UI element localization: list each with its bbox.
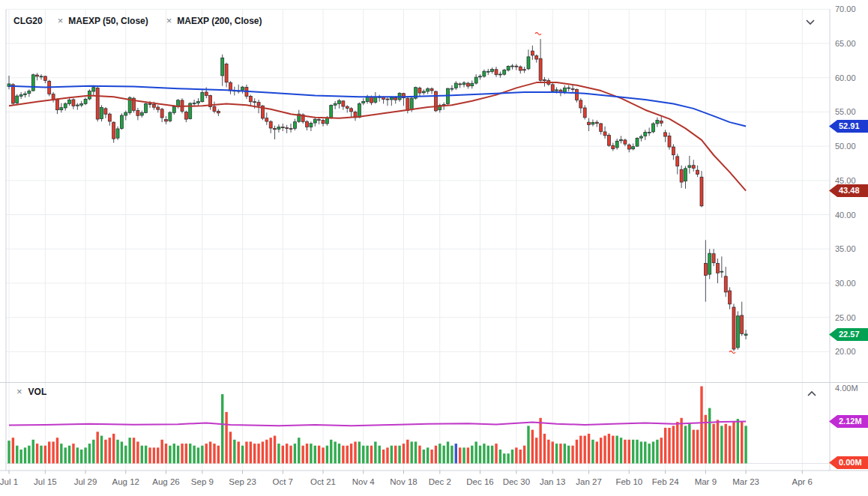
candlestick-chart-canvas[interactable] <box>0 0 868 496</box>
last-price-badge: 22.57 <box>829 328 868 341</box>
chevron-up-icon[interactable] <box>804 387 819 399</box>
volume-ma-badge: 2.12M <box>829 415 868 428</box>
remove-indicator-icon[interactable]: × <box>58 15 64 26</box>
price-pane-legend: CLG20 × MAEXP (50, Close) × MAEXP (200, … <box>13 15 280 26</box>
remove-volume-icon[interactable]: × <box>16 386 22 397</box>
ma50-price-badge: 43.48 <box>829 184 868 197</box>
chevron-down-icon[interactable] <box>803 16 818 28</box>
ma200-line <box>9 86 746 127</box>
remove-indicator-icon[interactable]: × <box>166 15 172 26</box>
trading-chart-window: CLG20 × MAEXP (50, Close) × MAEXP (200, … <box>0 0 868 496</box>
indicator-label-maexp50[interactable]: MAEXP (50, Close) <box>68 16 148 26</box>
volume-zero-badge: 0.00M <box>829 456 868 469</box>
ma200-price-badge: 52.91 <box>829 120 868 133</box>
indicator-label-maexp200[interactable]: MAEXP (200, Close) <box>177 16 262 26</box>
volume-label[interactable]: VOL <box>28 387 47 397</box>
volume-pane-legend: × VOL <box>16 386 46 397</box>
symbol-label[interactable]: CLG20 <box>13 16 43 26</box>
volume-axis-top-label: 4.00M <box>835 383 858 393</box>
